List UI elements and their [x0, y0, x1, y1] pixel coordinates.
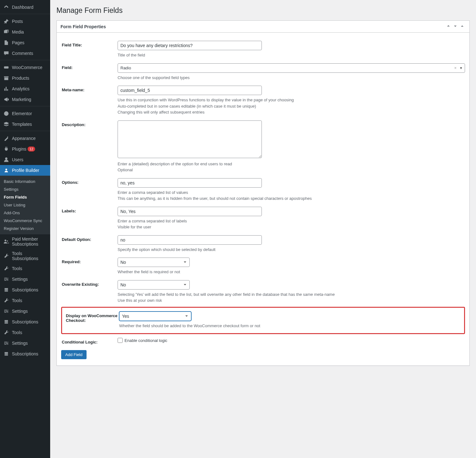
menu-item-plugins[interactable]: Plugins12 — [0, 144, 50, 154]
field-title-input[interactable] — [118, 41, 262, 50]
submenu-item-basic-information[interactable]: Basic Information — [0, 178, 50, 185]
menu-item-dashboard[interactable]: Dashboard — [0, 2, 50, 13]
submenu-profile-builder: Basic InformationSettingsForm FieldsUser… — [0, 176, 50, 234]
menu-label: Settings — [12, 277, 28, 282]
menu-item-appearance[interactable]: Appearance — [0, 133, 50, 144]
submenu-item-user-listing[interactable]: User Listing — [0, 201, 50, 209]
field-type-help: Choose one of the supported field types — [118, 75, 465, 81]
menu-item-tools[interactable]: Tools — [0, 295, 50, 306]
menu-item-pages[interactable]: Pages — [0, 37, 50, 48]
labels-help1: Enter a comma separated list of labels — [118, 218, 465, 224]
menu-item-marketing[interactable]: Marketing — [0, 94, 50, 105]
svg-point-1 — [4, 111, 8, 116]
menu-item-tools[interactable]: Tools — [0, 263, 50, 274]
appearance-icon — [3, 135, 9, 141]
submenu-item-form-fields[interactable]: Form Fields — [0, 193, 50, 201]
page-icon — [3, 40, 9, 46]
menu-label: Tools — [12, 330, 22, 335]
options-input[interactable] — [118, 178, 262, 188]
conditional-label: Conditional Logic: — [61, 338, 118, 344]
svg-point-3 — [5, 169, 7, 170]
menu-item-subscriptions[interactable]: Subscriptions — [0, 285, 50, 295]
menu-label: Media — [12, 29, 24, 35]
menu-item-templates[interactable]: Templates — [0, 119, 50, 130]
woo-checkout-select[interactable]: Yes — [119, 312, 191, 321]
woo-checkout-label: Display on WooCommerce Checkout: — [65, 312, 119, 323]
submenu-item-settings[interactable]: Settings — [0, 185, 50, 193]
overwrite-label: Overwrite Existing: — [61, 280, 118, 287]
default-option-label: Default Option: — [61, 235, 118, 242]
panel-title: Form Field Properties — [61, 24, 445, 29]
menu-item-paid-member-subscriptions[interactable]: Paid Member Subscriptions — [0, 234, 50, 249]
plugins-icon — [3, 146, 9, 152]
menu-item-tools-subscriptions[interactable]: Tools Subscriptions — [0, 249, 50, 263]
menu-item-comments[interactable]: Comments — [0, 48, 50, 59]
users-icon — [3, 157, 9, 163]
options-help2: This can be anything, as it is hidden fr… — [118, 195, 465, 202]
settings-icon — [3, 340, 9, 346]
svg-point-4 — [5, 240, 6, 241]
panel-move-down-icon[interactable] — [452, 24, 459, 29]
overwrite-select[interactable]: No — [118, 280, 190, 290]
panel-move-up-icon[interactable] — [445, 24, 452, 29]
labels-help2: Visible for the user — [118, 224, 465, 230]
menu-label: Dashboard — [12, 5, 34, 10]
menu-item-analytics[interactable]: Analytics — [0, 83, 50, 94]
menu-label: Pages — [12, 40, 24, 45]
menu-label: Posts — [12, 19, 23, 24]
menu-item-subscriptions[interactable]: Subscriptions — [0, 317, 50, 327]
submenu-item-register-version[interactable]: Register Version — [0, 225, 50, 232]
conditional-checkbox-wrap[interactable]: Enable conditional logic — [118, 338, 465, 343]
options-label: Options: — [61, 178, 118, 185]
menu-item-products[interactable]: Products — [0, 73, 50, 83]
svg-rect-0 — [4, 66, 8, 68]
menu-label: Settings — [12, 309, 28, 314]
menu-item-settings[interactable]: Settings — [0, 274, 50, 285]
menu-label: WooCommerce — [12, 65, 42, 70]
meta-name-help1: Use this in conjunction with WordPress f… — [118, 97, 465, 103]
menu-label: Marketing — [12, 97, 31, 102]
menu-label: Tools — [12, 266, 22, 271]
submenu-item-woocommerce-sync[interactable]: WooCommerce Sync — [0, 217, 50, 225]
overwrite-help2: Use this at your own risk — [118, 297, 465, 304]
menu-label: Elementor — [12, 111, 32, 116]
field-type-clear-icon[interactable]: × — [454, 66, 457, 70]
field-type-select[interactable]: Radio × ▾ — [118, 63, 465, 73]
menu-item-subscriptions[interactable]: Subscriptions — [0, 349, 50, 359]
menu-item-settings[interactable]: Settings — [0, 306, 50, 317]
woo-checkout-highlight: Display on WooCommerce Checkout: Yes Whe… — [61, 307, 465, 334]
menu-label: Profile Builder — [12, 168, 39, 173]
menu-item-media[interactable]: Media — [0, 27, 50, 37]
menu-item-posts[interactable]: Posts — [0, 16, 50, 27]
default-option-help: Specify the option which should be selec… — [118, 247, 465, 253]
default-option-input[interactable] — [118, 235, 262, 245]
panel-collapse-icon[interactable] — [459, 24, 466, 29]
settings-icon — [3, 308, 9, 314]
menu-label: Plugins — [12, 146, 26, 152]
menu-item-settings[interactable]: Settings — [0, 338, 50, 349]
menu-item-woocommerce[interactable]: WooCommerce — [0, 62, 50, 73]
description-help2: Optional — [118, 167, 465, 173]
overwrite-help1: Selecting 'Yes' will add the field to th… — [118, 291, 465, 298]
settings-icon — [3, 276, 9, 282]
meta-name-help3: Changing this will only affect subsequen… — [118, 109, 465, 115]
required-select[interactable]: No — [118, 258, 190, 267]
menu-label: Templates — [12, 122, 32, 127]
svg-point-2 — [5, 157, 7, 160]
menu-item-elementor[interactable]: Elementor — [0, 108, 50, 119]
menu-label: Analytics — [12, 86, 29, 91]
conditional-checkbox[interactable] — [118, 338, 123, 343]
submenu-item-add-ons[interactable]: Add-Ons — [0, 209, 50, 217]
chevron-down-icon: ▾ — [460, 66, 462, 70]
menu-item-profile-builder[interactable]: Profile Builder — [0, 165, 50, 176]
meta-name-input[interactable] — [118, 86, 262, 95]
labels-input[interactable] — [118, 207, 262, 216]
menu-label: Products — [12, 76, 29, 81]
description-textarea[interactable] — [118, 120, 262, 158]
page-title: Manage Form Fields — [56, 6, 470, 15]
menu-item-tools[interactable]: Tools — [0, 327, 50, 338]
menu-item-users[interactable]: Users — [0, 154, 50, 165]
templates-icon — [3, 121, 9, 127]
content-area: Manage Form Fields Form Field Properties… — [50, 0, 476, 458]
add-field-button[interactable]: Add Field — [61, 350, 87, 359]
